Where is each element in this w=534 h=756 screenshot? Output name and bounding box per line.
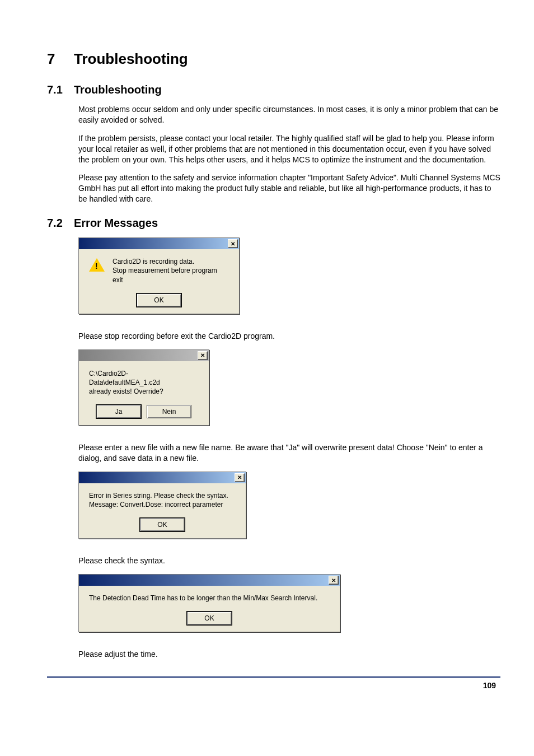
ja-button[interactable]: Ja xyxy=(96,405,141,418)
chapter-title-text: Troubleshooting xyxy=(74,50,188,67)
nein-button[interactable]: Nein xyxy=(147,405,191,418)
paragraph: Please enter a new file with a new file … xyxy=(78,442,500,464)
dialog-series-syntax-error: ✕ Error in Series string. Please check t… xyxy=(78,472,246,539)
paragraph: If the problem persists, please contact … xyxy=(78,133,500,165)
dialog-message-line: already exists! Override? xyxy=(89,388,163,395)
paragraph: Please stop recording before exit the Ca… xyxy=(78,331,500,342)
ok-button[interactable]: OK xyxy=(140,518,185,531)
dialog-message-line: Error in Series string. Please check the… xyxy=(89,492,228,500)
section-number: 7.2 xyxy=(47,217,74,230)
paragraph: Please pay attention to the safety and s… xyxy=(78,172,500,204)
dialog-file-override: ✕ C:\Cardio2D-Data\defaultMEA_1.c2d alre… xyxy=(78,349,209,426)
section-number: 7.1 xyxy=(47,83,74,96)
dialog-dead-time-error: ✕ The Detection Dead Time has to be long… xyxy=(78,574,340,632)
dialog-message-line: Stop measurement before program exit xyxy=(113,267,217,283)
dialog-message-line: Message: Convert.Dose: incorrect paramet… xyxy=(89,501,223,508)
dialog-message: C:\Cardio2D-Data\defaultMEA_1.c2d alread… xyxy=(89,369,199,396)
chapter-number: 7 xyxy=(47,50,74,68)
ok-button[interactable]: OK xyxy=(187,612,232,625)
section-title-text: Error Messages xyxy=(74,217,158,229)
section-7-2-title: 7.2Error Messages xyxy=(47,217,500,230)
dialog-titlebar: ✕ xyxy=(79,575,340,586)
section-7-1-title: 7.1Troubleshooting xyxy=(47,83,500,96)
paragraph: Please check the syntax. xyxy=(78,556,500,566)
ok-button[interactable]: OK xyxy=(137,293,181,307)
page-number: 109 xyxy=(483,681,496,690)
dialog-titlebar: ✕ xyxy=(79,238,239,249)
dialog-titlebar: ✕ xyxy=(79,350,209,361)
close-icon[interactable]: ✕ xyxy=(228,239,238,248)
dialog-titlebar: ✕ xyxy=(79,472,246,483)
close-icon[interactable]: ✕ xyxy=(198,351,208,360)
dialog-message: The Detection Dead Time has to be longer… xyxy=(89,594,330,603)
dialog-message: Cardio2D is recording data. Stop measure… xyxy=(113,257,229,284)
close-icon[interactable]: ✕ xyxy=(235,473,245,482)
dialog-message: Error in Series string. Please check the… xyxy=(89,491,236,509)
close-icon[interactable]: ✕ xyxy=(329,576,339,585)
chapter-title: 7Troubleshooting xyxy=(47,50,500,68)
warning-icon xyxy=(89,258,105,272)
dialog-message-line: C:\Cardio2D-Data\defaultMEA_1.c2d xyxy=(89,370,160,386)
paragraph: Most problems occur seldom and only unde… xyxy=(78,104,500,125)
dialog-recording-warning: ✕ Cardio2D is recording data. Stop measu… xyxy=(78,237,240,314)
dialog-message-line: Cardio2D is recording data. xyxy=(113,258,194,265)
page-footer: 109 xyxy=(47,676,500,690)
paragraph: Please adjust the time. xyxy=(78,649,500,660)
section-title-text: Troubleshooting xyxy=(74,83,162,96)
